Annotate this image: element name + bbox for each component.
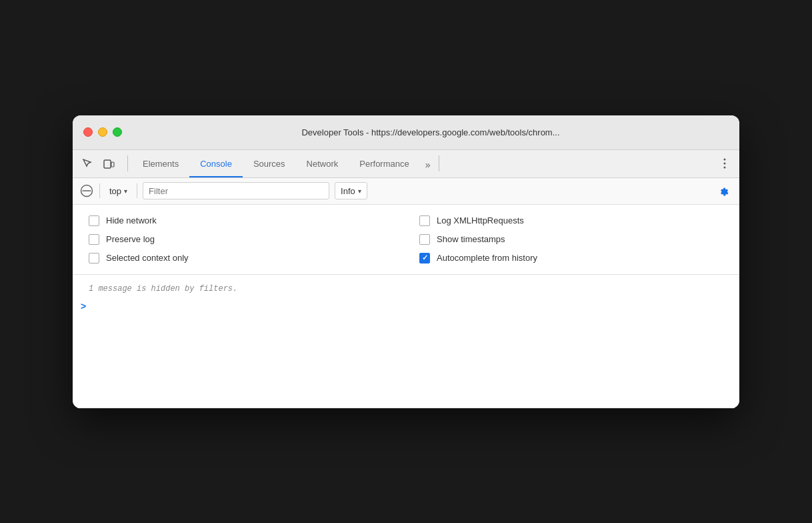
hidden-filters-message: 1 message is hidden by filters. xyxy=(73,280,739,298)
clear-console-button[interactable] xyxy=(79,183,94,198)
tab-sources[interactable]: Sources xyxy=(243,152,296,177)
show-timestamps-row[interactable]: Show timestamps xyxy=(419,234,723,245)
settings-grid: Hide network Log XMLHttpRequests Preserv… xyxy=(89,215,723,264)
preserve-log-row[interactable]: Preserve log xyxy=(89,234,393,245)
autocomplete-history-row[interactable]: Autocomplete from history xyxy=(419,253,723,264)
selected-context-label: Selected context only xyxy=(106,253,189,263)
hide-network-row[interactable]: Hide network xyxy=(89,215,393,226)
close-button[interactable] xyxy=(83,127,93,137)
level-label: Info xyxy=(341,186,355,196)
tab-elements[interactable]: Elements xyxy=(132,152,189,177)
svg-point-4 xyxy=(724,167,726,169)
hide-network-checkbox[interactable] xyxy=(89,215,99,226)
tabs-container: Elements Console Sources Network Perform… xyxy=(132,150,436,177)
console-toolbar: top ▾ Info ▾ xyxy=(73,178,739,205)
show-timestamps-label: Show timestamps xyxy=(437,234,505,244)
toolbar-end xyxy=(715,154,734,173)
toolbar-divider xyxy=(127,155,128,171)
settings-gear-button[interactable] xyxy=(714,181,733,200)
hide-network-label: Hide network xyxy=(106,215,157,225)
log-xml-label: Log XMLHttpRequests xyxy=(437,215,524,225)
toolbar-divider-2 xyxy=(439,155,439,171)
window-title: Developer Tools - https://developers.goo… xyxy=(133,127,729,137)
console-prompt-row[interactable]: > xyxy=(73,298,739,315)
prompt-arrow: > xyxy=(81,301,86,312)
traffic-lights xyxy=(83,127,122,137)
preserve-log-label: Preserve log xyxy=(106,234,155,244)
toolbar-icons xyxy=(78,154,118,173)
svg-point-3 xyxy=(724,163,726,165)
level-arrow: ▾ xyxy=(358,187,361,195)
log-level-selector[interactable]: Info ▾ xyxy=(335,182,367,199)
tab-more[interactable]: » xyxy=(420,152,436,177)
context-label: top xyxy=(109,186,121,196)
svg-point-2 xyxy=(724,159,726,161)
svg-rect-0 xyxy=(104,160,111,168)
more-options-button[interactable] xyxy=(715,154,734,173)
filter-input[interactable] xyxy=(143,182,329,199)
svg-rect-1 xyxy=(111,162,114,167)
titlebar: Developer Tools - https://developers.goo… xyxy=(73,115,739,150)
autocomplete-history-label: Autocomplete from history xyxy=(437,253,537,263)
show-timestamps-checkbox[interactable] xyxy=(419,234,430,245)
tab-console[interactable]: Console xyxy=(189,152,243,177)
autocomplete-history-checkbox[interactable] xyxy=(419,253,430,264)
main-toolbar: Elements Console Sources Network Perform… xyxy=(73,150,739,178)
log-xml-checkbox[interactable] xyxy=(419,215,430,226)
console-input[interactable] xyxy=(91,300,731,312)
log-xml-row[interactable]: Log XMLHttpRequests xyxy=(419,215,723,226)
tab-performance[interactable]: Performance xyxy=(349,152,419,177)
console-output-area: 1 message is hidden by filters. > xyxy=(73,275,739,408)
context-selector[interactable]: top ▾ xyxy=(105,185,131,197)
devtools-window: Developer Tools - https://developers.goo… xyxy=(73,115,739,408)
tab-network[interactable]: Network xyxy=(296,152,349,177)
selected-context-checkbox[interactable] xyxy=(89,253,99,264)
selected-context-row[interactable]: Selected context only xyxy=(89,253,393,264)
preserve-log-checkbox[interactable] xyxy=(89,234,99,245)
console-divider-2 xyxy=(137,183,137,198)
maximize-button[interactable] xyxy=(113,127,122,137)
device-toggle-icon[interactable] xyxy=(99,154,118,173)
context-arrow: ▾ xyxy=(124,187,127,195)
inspect-icon[interactable] xyxy=(78,154,97,173)
minimize-button[interactable] xyxy=(98,127,107,137)
settings-panel: Hide network Log XMLHttpRequests Preserv… xyxy=(73,205,739,275)
console-divider-1 xyxy=(99,183,100,198)
